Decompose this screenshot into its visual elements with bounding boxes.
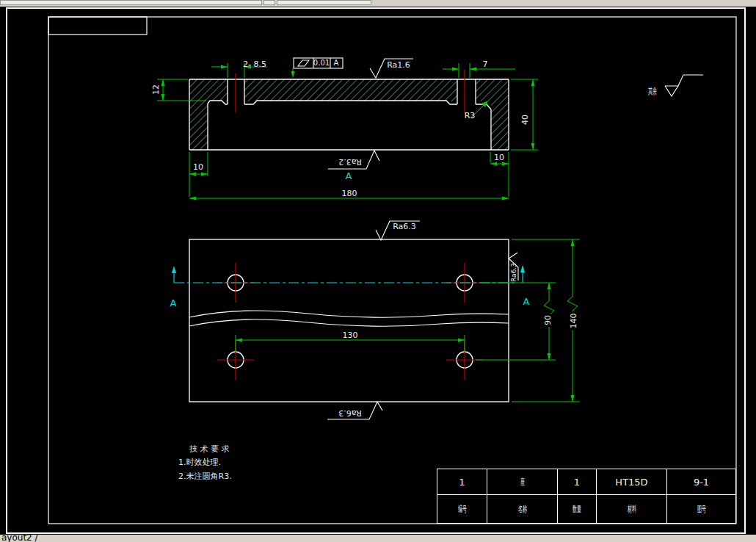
fcf-datum: A	[334, 59, 339, 67]
title-block-cell: HT15D	[596, 469, 666, 494]
break-line	[189, 311, 509, 317]
title-block-cell: 座	[487, 469, 557, 494]
title-block-label: 数量	[573, 503, 581, 516]
layout-tab[interactable]: ayout2 /	[1, 532, 38, 542]
plan-view-outline	[189, 239, 509, 402]
dim-140: 140	[570, 312, 578, 330]
plan-view-centerlines	[217, 263, 483, 380]
roughness-ra32: Ra3.2	[338, 158, 362, 166]
title-block-label: 名称	[518, 503, 527, 516]
break-line	[189, 319, 509, 326]
roughness-ra63-top: Ra6.3	[393, 223, 416, 231]
cad-application-window: 12 2- 8.5 0.01 A Ra1.6 7 R3 40 10 10 Ra3…	[0, 0, 756, 542]
section-mark-a-left: A	[170, 298, 177, 308]
title-block-cell: 编号	[437, 494, 487, 523]
title-block-value: 1	[459, 477, 465, 488]
plan-roughness-symbols	[327, 221, 518, 419]
section-cutting-line	[174, 269, 523, 283]
title-block-value: 1	[574, 477, 580, 488]
drawing-canvas[interactable]	[0, 7, 756, 535]
section-mark-a-right: A	[523, 297, 530, 306]
title-block-cell: 1	[437, 469, 487, 494]
title-block-value: HT15D	[615, 477, 647, 488]
title-block-cell: 名称	[487, 494, 557, 523]
layout-tab-bar	[0, 535, 756, 542]
title-block-label: 材料	[628, 503, 636, 516]
general-roughness-symbol-icon	[665, 75, 703, 96]
title-block-cell: 1	[557, 469, 596, 494]
toolbar-panel	[277, 0, 371, 5]
section-mark-a: A	[346, 171, 352, 181]
toolbar-panel	[0, 0, 262, 5]
dim-180: 180	[342, 189, 357, 198]
dim-40: 40	[521, 115, 529, 125]
dim-7: 7	[483, 60, 488, 68]
dim-10-left: 10	[193, 163, 203, 171]
general-roughness-prefix: 其余	[648, 87, 657, 95]
section-view-hatch	[189, 79, 509, 150]
dim-holes: 2- 8.5	[243, 60, 266, 68]
dim-90: 90	[544, 314, 552, 327]
fcf-tolerance-value: 0.01	[313, 59, 330, 67]
title-block-label: 编号	[458, 503, 467, 516]
tech-requirement-item: 2.未注圆角R3.	[178, 472, 232, 480]
toolbar-button[interactable]	[263, 0, 275, 5]
fillet-r3: R3	[465, 112, 476, 120]
dim-10-right: 10	[494, 153, 504, 162]
title-block-cell: 数量	[557, 494, 596, 523]
roughness-ra16: Ra1.6	[387, 61, 410, 69]
parallelogram-symbol-icon	[298, 60, 309, 66]
title-block-cell: 图号	[666, 494, 735, 523]
toolbar-fragment	[0, 0, 756, 7]
title-block-value: 座	[520, 476, 525, 488]
title-block: 1 座 1 HT15D 9-1 编号 名称 数量 材料 图号	[437, 469, 736, 524]
title-block-cell: 9-1	[666, 469, 735, 494]
title-block-value: 9-1	[694, 477, 709, 488]
title-block-cell: 材料	[596, 494, 666, 523]
dim-12: 12	[152, 84, 160, 95]
dim-130: 130	[343, 331, 358, 339]
tech-requirement-item: 1.时效处理.	[178, 458, 221, 466]
tech-requirements-title: 技 术 要 求	[189, 445, 230, 453]
roughness-ra63-bottom: Ra6.3	[338, 409, 362, 417]
roughness-ra63-right: Ra6.3	[511, 263, 517, 282]
title-block-label: 图号	[697, 503, 706, 516]
section-arrowheads	[172, 265, 525, 273]
